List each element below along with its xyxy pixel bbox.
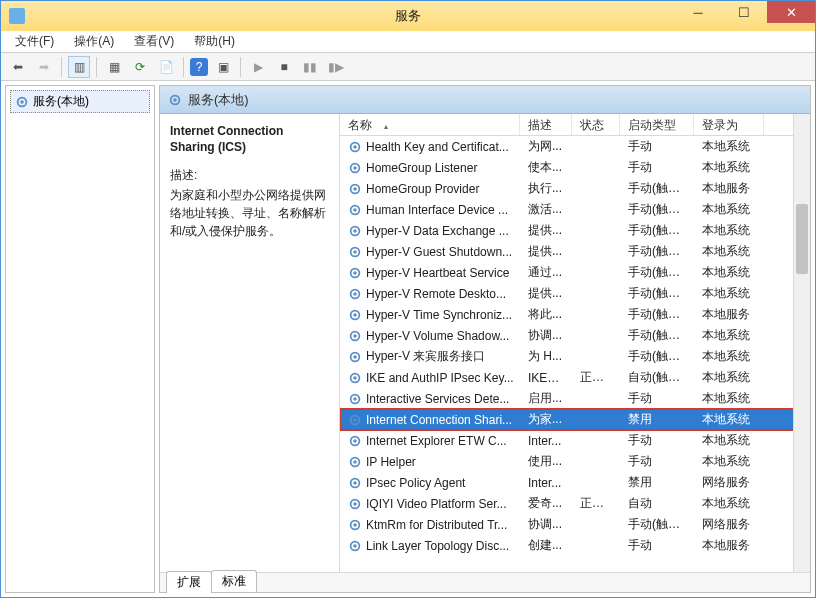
selected-service-name: Internet Connection Sharing (ICS) bbox=[170, 124, 329, 155]
tab-standard[interactable]: 标准 bbox=[211, 570, 257, 592]
vertical-scrollbar[interactable] bbox=[793, 114, 810, 572]
svg-point-1 bbox=[20, 100, 24, 104]
menu-file[interactable]: 文件(F) bbox=[9, 31, 60, 52]
service-status bbox=[572, 313, 620, 317]
service-desc: 使本... bbox=[520, 157, 572, 178]
service-logon: 本地系统 bbox=[694, 409, 764, 430]
svg-point-9 bbox=[353, 187, 357, 191]
service-icon bbox=[348, 392, 362, 406]
service-icon bbox=[348, 203, 362, 217]
titlebar[interactable]: 服务 ─ ☐ ✕ bbox=[1, 1, 815, 31]
service-logon: 本地系统 bbox=[694, 283, 764, 304]
service-name: Hyper-V 来宾服务接口 bbox=[366, 348, 485, 365]
service-startup: 手动(触发... bbox=[620, 262, 694, 283]
service-startup: 手动 bbox=[620, 136, 694, 157]
service-row[interactable]: Hyper-V Remote Deskto...提供...手动(触发...本地系… bbox=[340, 283, 810, 304]
window-controls: ─ ☐ ✕ bbox=[675, 1, 815, 31]
service-row[interactable]: Internet Explorer ETW C...Inter...手动本地系统 bbox=[340, 430, 810, 451]
svg-point-19 bbox=[353, 292, 357, 296]
refresh-button[interactable]: ⟳ bbox=[129, 56, 151, 78]
col-description[interactable]: 描述 bbox=[520, 114, 572, 135]
service-logon: 本地系统 bbox=[694, 220, 764, 241]
svg-point-3 bbox=[173, 98, 177, 102]
svg-point-33 bbox=[353, 439, 357, 443]
service-row[interactable]: Hyper-V Heartbeat Service通过...手动(触发...本地… bbox=[340, 262, 810, 283]
service-name: Hyper-V Guest Shutdown... bbox=[366, 245, 512, 259]
forward-button[interactable]: ➡ bbox=[33, 56, 55, 78]
service-row[interactable]: Health Key and Certificat...为网...手动本地系统 bbox=[340, 136, 810, 157]
services-icon bbox=[168, 93, 182, 107]
list-header: 名称▴ 描述 状态 启动类型 登录为 bbox=[340, 114, 810, 136]
service-desc: 启用... bbox=[520, 388, 572, 409]
show-hide-tree-button[interactable]: ▥ bbox=[68, 56, 90, 78]
service-startup: 手动(触发... bbox=[620, 514, 694, 535]
svg-point-25 bbox=[353, 355, 357, 359]
description-label: 描述: bbox=[170, 167, 329, 184]
col-name[interactable]: 名称▴ bbox=[340, 114, 520, 135]
minimize-button[interactable]: ─ bbox=[675, 1, 721, 23]
service-row[interactable]: KtmRm for Distributed Tr...协调...手动(触发...… bbox=[340, 514, 810, 535]
help-button[interactable]: ? bbox=[190, 58, 208, 76]
service-icon bbox=[348, 497, 362, 511]
service-row[interactable]: Hyper-V Volume Shadow...协调...手动(触发...本地系… bbox=[340, 325, 810, 346]
svg-point-39 bbox=[353, 502, 357, 506]
service-row[interactable]: Hyper-V 来宾服务接口为 H...手动(触发...本地系统 bbox=[340, 346, 810, 367]
start-service-button[interactable]: ▶ bbox=[247, 56, 269, 78]
service-icon bbox=[348, 539, 362, 553]
maximize-button[interactable]: ☐ bbox=[721, 1, 767, 23]
back-button[interactable]: ⬅ bbox=[7, 56, 29, 78]
service-row[interactable]: Human Interface Device ...激活...手动(触发...本… bbox=[340, 199, 810, 220]
service-startup: 手动 bbox=[620, 157, 694, 178]
service-status: 正在... bbox=[572, 493, 620, 514]
service-desc: 为家... bbox=[520, 409, 572, 430]
menu-action[interactable]: 操作(A) bbox=[68, 31, 120, 52]
service-desc: 执行... bbox=[520, 178, 572, 199]
service-row[interactable]: IQIYI Video Platform Ser...爱奇...正在...自动本… bbox=[340, 493, 810, 514]
col-logon-as[interactable]: 登录为 bbox=[694, 114, 764, 135]
service-name: Human Interface Device ... bbox=[366, 203, 508, 217]
service-row[interactable]: IP Helper使用...手动本地系统 bbox=[340, 451, 810, 472]
action-pane-button[interactable]: ▣ bbox=[212, 56, 234, 78]
service-row[interactable]: IPsec Policy AgentInter...禁用网络服务 bbox=[340, 472, 810, 493]
service-icon bbox=[348, 245, 362, 259]
tab-extended[interactable]: 扩展 bbox=[166, 571, 212, 593]
nav-tree[interactable]: 服务(本地) bbox=[5, 85, 155, 593]
service-row[interactable]: HomeGroup Listener使本...手动本地系统 bbox=[340, 157, 810, 178]
service-row[interactable]: Link Layer Topology Disc...创建...手动本地服务 bbox=[340, 535, 810, 556]
service-status bbox=[572, 481, 620, 485]
close-button[interactable]: ✕ bbox=[767, 1, 815, 23]
stop-service-button[interactable]: ■ bbox=[273, 56, 295, 78]
service-status bbox=[572, 355, 620, 359]
nav-root-item[interactable]: 服务(本地) bbox=[10, 90, 150, 113]
service-logon: 本地系统 bbox=[694, 157, 764, 178]
service-row[interactable]: Internet Connection Shari...为家...禁用本地系统 bbox=[340, 409, 810, 430]
service-row[interactable]: IKE and AuthIP IPsec Key...IKEE...正在...自… bbox=[340, 367, 810, 388]
scroll-thumb[interactable] bbox=[796, 204, 808, 274]
service-row[interactable]: Hyper-V Time Synchroniz...将此...手动(触发...本… bbox=[340, 304, 810, 325]
list-body[interactable]: Health Key and Certificat...为网...手动本地系统H… bbox=[340, 136, 810, 572]
service-row[interactable]: Interactive Services Dete...启用...手动本地系统 bbox=[340, 388, 810, 409]
col-startup-type[interactable]: 启动类型 bbox=[620, 114, 694, 135]
properties-button[interactable]: ▦ bbox=[103, 56, 125, 78]
menu-view[interactable]: 查看(V) bbox=[128, 31, 180, 52]
service-desc: 使用... bbox=[520, 451, 572, 472]
restart-service-button[interactable]: ▮▶ bbox=[325, 56, 347, 78]
menu-help[interactable]: 帮助(H) bbox=[188, 31, 241, 52]
service-row[interactable]: Hyper-V Data Exchange ...提供...手动(触发...本地… bbox=[340, 220, 810, 241]
service-desc: 提供... bbox=[520, 241, 572, 262]
service-row[interactable]: HomeGroup Provider执行...手动(触发...本地服务 bbox=[340, 178, 810, 199]
service-startup: 手动 bbox=[620, 388, 694, 409]
services-window: 服务 ─ ☐ ✕ 文件(F) 操作(A) 查看(V) 帮助(H) ⬅ ➡ ▥ ▦… bbox=[0, 0, 816, 598]
separator bbox=[240, 57, 241, 77]
service-startup: 手动(触发... bbox=[620, 346, 694, 367]
pause-service-button[interactable]: ▮▮ bbox=[299, 56, 321, 78]
col-status[interactable]: 状态 bbox=[572, 114, 620, 135]
service-startup: 手动(触发... bbox=[620, 220, 694, 241]
service-desc: Inter... bbox=[520, 432, 572, 450]
service-row[interactable]: Hyper-V Guest Shutdown...提供...手动(触发...本地… bbox=[340, 241, 810, 262]
service-logon: 本地服务 bbox=[694, 535, 764, 556]
service-desc: 提供... bbox=[520, 220, 572, 241]
services-icon bbox=[15, 95, 29, 109]
service-startup: 手动(触发... bbox=[620, 304, 694, 325]
export-button[interactable]: 📄 bbox=[155, 56, 177, 78]
